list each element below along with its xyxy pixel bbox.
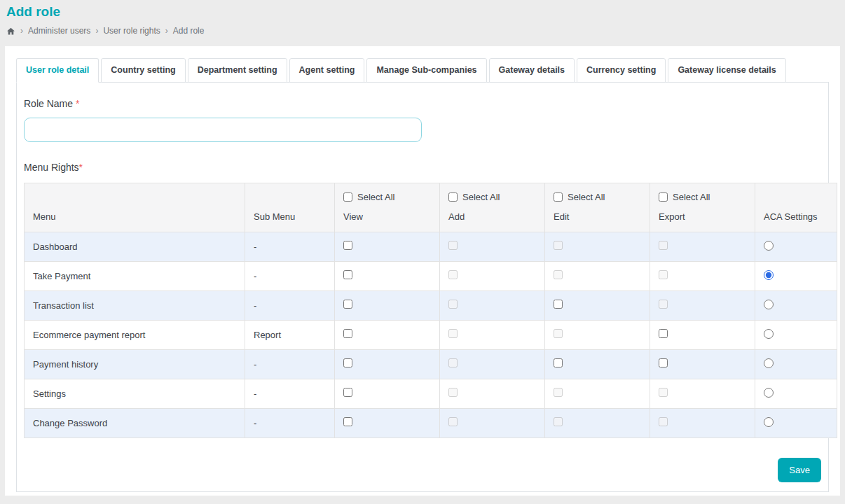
add-cell bbox=[440, 408, 545, 438]
menu-cell: Ecommerce payment report bbox=[25, 320, 245, 349]
tab-gateway-license-details[interactable]: Gateway license details bbox=[668, 58, 785, 83]
select-all-view-checkbox[interactable] bbox=[343, 192, 352, 202]
add-checkbox bbox=[448, 358, 458, 368]
aca-settings-radio[interactable] bbox=[764, 388, 774, 398]
menu-cell: Change Password bbox=[25, 408, 245, 438]
required-asterisk: * bbox=[76, 98, 79, 109]
tab-user-role-detail[interactable]: User role detail bbox=[16, 58, 99, 83]
add-checkbox bbox=[448, 329, 458, 338]
add-cell bbox=[440, 261, 545, 290]
view-checkbox[interactable] bbox=[343, 388, 352, 397]
menu-cell: Settings bbox=[25, 379, 245, 408]
edit-cell bbox=[545, 232, 650, 261]
view-checkbox[interactable] bbox=[343, 270, 352, 279]
edit-checkbox[interactable] bbox=[554, 300, 563, 309]
select-all-view[interactable]: Select All bbox=[343, 192, 431, 202]
column-header-menu: Menu bbox=[25, 183, 245, 232]
add-cell bbox=[440, 379, 545, 408]
select-all-add-checkbox[interactable] bbox=[448, 192, 458, 202]
select-all-export[interactable]: Select All bbox=[659, 192, 746, 202]
menu-rights-table: Menu Sub Menu Select All View bbox=[24, 183, 837, 438]
sub-menu-cell: - bbox=[245, 261, 335, 290]
role-name-input[interactable] bbox=[24, 118, 422, 142]
tab-bar: User role detail Country setting Departm… bbox=[16, 58, 829, 82]
export-cell bbox=[650, 232, 755, 261]
tab-agent-setting[interactable]: Agent setting bbox=[289, 58, 365, 83]
select-all-label: Select All bbox=[462, 192, 500, 202]
export-checkbox bbox=[659, 241, 668, 250]
edit-cell bbox=[545, 408, 650, 438]
select-all-edit-checkbox[interactable] bbox=[554, 192, 563, 202]
save-button[interactable]: Save bbox=[778, 458, 821, 482]
add-cell bbox=[440, 290, 545, 320]
column-header-add: Select All Add bbox=[440, 183, 545, 232]
tab-gateway-details[interactable]: Gateway details bbox=[489, 58, 575, 83]
required-asterisk: * bbox=[79, 162, 83, 173]
table-row: Settings- bbox=[25, 379, 837, 408]
view-checkbox[interactable] bbox=[343, 358, 352, 368]
select-all-label: Select All bbox=[673, 192, 710, 202]
aca-settings-cell bbox=[755, 232, 837, 261]
view-cell bbox=[335, 408, 440, 438]
aca-settings-radio[interactable] bbox=[764, 270, 774, 280]
breadcrumb-separator: › bbox=[95, 26, 98, 36]
tab-currency-setting[interactable]: Currency setting bbox=[577, 58, 666, 83]
aca-settings-radio[interactable] bbox=[764, 241, 774, 251]
view-checkbox[interactable] bbox=[343, 329, 352, 338]
select-all-edit[interactable]: Select All bbox=[554, 192, 641, 202]
aca-settings-radio[interactable] bbox=[764, 358, 774, 368]
aca-settings-radio[interactable] bbox=[764, 300, 774, 309]
column-header-add-text: Add bbox=[448, 211, 536, 223]
table-row: Ecommerce payment reportReport bbox=[25, 320, 837, 349]
sub-menu-cell: - bbox=[245, 349, 335, 379]
breadcrumb-add-role: Add role bbox=[173, 26, 205, 36]
breadcrumb-administer-users[interactable]: Administer users bbox=[28, 26, 90, 36]
export-checkbox bbox=[659, 300, 668, 309]
view-cell bbox=[335, 349, 440, 379]
aca-settings-radio[interactable] bbox=[764, 417, 774, 427]
column-header-menu-text: Menu bbox=[33, 211, 236, 223]
view-checkbox[interactable] bbox=[343, 241, 352, 250]
aca-settings-cell bbox=[755, 349, 837, 379]
export-cell bbox=[650, 320, 755, 349]
column-header-sub-menu-text: Sub Menu bbox=[254, 211, 326, 223]
edit-cell bbox=[545, 320, 650, 349]
sub-menu-cell: - bbox=[245, 379, 335, 408]
tab-country-setting[interactable]: Country setting bbox=[101, 58, 185, 83]
aca-settings-radio[interactable] bbox=[764, 329, 774, 339]
tab-department-setting[interactable]: Department setting bbox=[188, 58, 287, 83]
add-cell bbox=[440, 320, 545, 349]
view-cell bbox=[335, 320, 440, 349]
table-row: Take Payment- bbox=[25, 261, 837, 290]
view-cell bbox=[335, 379, 440, 408]
edit-checkbox[interactable] bbox=[554, 358, 563, 368]
table-row: Transaction list- bbox=[25, 290, 837, 320]
export-checkbox bbox=[659, 388, 668, 397]
menu-rights-label: Menu Rights* bbox=[24, 162, 821, 173]
breadcrumb-separator: › bbox=[20, 26, 23, 36]
view-checkbox[interactable] bbox=[343, 300, 352, 309]
select-all-export-checkbox[interactable] bbox=[659, 192, 668, 202]
home-icon[interactable] bbox=[6, 27, 15, 36]
sub-menu-cell: - bbox=[245, 232, 335, 261]
export-checkbox[interactable] bbox=[659, 358, 668, 368]
export-cell bbox=[650, 379, 755, 408]
breadcrumb-user-role-rights[interactable]: User role rights bbox=[103, 26, 160, 36]
export-checkbox[interactable] bbox=[659, 329, 668, 338]
role-name-label: Role Name * bbox=[24, 98, 821, 109]
view-cell bbox=[335, 232, 440, 261]
tab-manage-sub-companies[interactable]: Manage Sub-companies bbox=[366, 58, 486, 83]
column-header-export: Select All Export bbox=[650, 183, 755, 232]
aca-settings-cell bbox=[755, 320, 837, 349]
select-all-add[interactable]: Select All bbox=[448, 192, 536, 202]
view-checkbox[interactable] bbox=[343, 417, 352, 426]
add-checkbox bbox=[448, 241, 458, 250]
user-role-detail-panel: Role Name * Menu Rights* Menu Sub Menu bbox=[16, 82, 829, 492]
edit-cell bbox=[545, 290, 650, 320]
menu-rights-tbody: Dashboard-Take Payment-Transaction list-… bbox=[25, 232, 837, 438]
column-header-sub-menu: Sub Menu bbox=[245, 183, 335, 232]
edit-cell bbox=[545, 349, 650, 379]
export-cell bbox=[650, 349, 755, 379]
sub-menu-cell: - bbox=[245, 290, 335, 320]
sub-menu-cell: Report bbox=[245, 320, 335, 349]
